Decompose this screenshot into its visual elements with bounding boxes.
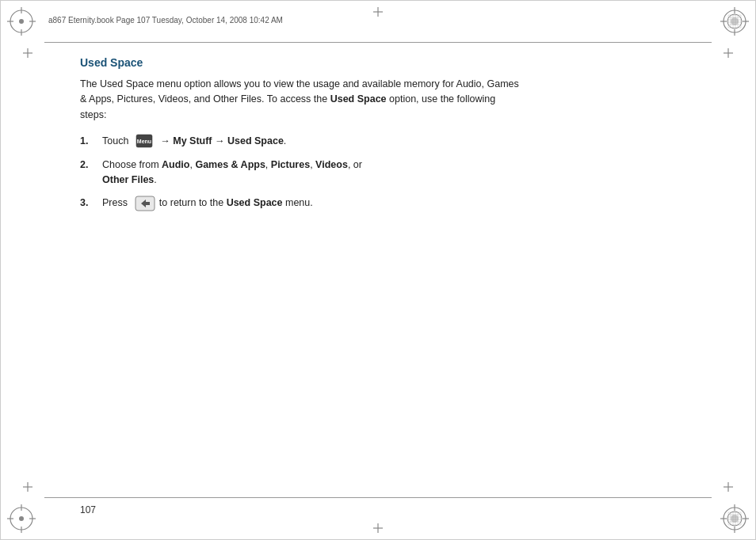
tick-top-left (23, 48, 32, 58)
corner-decoration-br (720, 504, 749, 533)
page-container: a867 Eternity.book Page 107 Tuesday, Oct… (0, 0, 756, 540)
header-text: a867 Eternity.book Page 107 Tuesday, Oct… (48, 16, 708, 25)
section-title: Used Space (80, 56, 708, 69)
svg-point-26 (19, 516, 24, 521)
tick-top-right (724, 48, 733, 58)
svg-point-29 (731, 515, 739, 523)
step-2-number: 2. (80, 158, 102, 173)
step-3-number: 3. (80, 196, 102, 211)
menu-icon: Menu (136, 134, 153, 148)
main-content: Used Space The Used Space menu option al… (80, 56, 708, 492)
header-bar: a867 Eternity.book Page 107 Tuesday, Oct… (48, 12, 708, 28)
corner-decoration-tr (720, 7, 749, 36)
step-2: 2. Choose from Audio, Games & Apps, Pict… (80, 158, 524, 188)
divider-top (44, 42, 712, 43)
section-intro: The Used Space menu option allows you to… (80, 77, 524, 123)
corner-decoration-tl (7, 7, 36, 36)
back-button-icon (135, 196, 152, 210)
svg-point-5 (19, 19, 24, 24)
step-3: 3. Press to return to the Used Space men… (80, 196, 524, 211)
step-2-content: Choose from Audio, Games & Apps, Picture… (102, 158, 524, 188)
steps-list: 1. Touch Menu → My Stuff → Used Space. 2… (80, 134, 708, 211)
svg-point-8 (731, 17, 739, 25)
corner-decoration-bl (7, 504, 36, 533)
step-1-content: Touch Menu → My Stuff → Used Space. (102, 134, 524, 149)
svg-text:Menu: Menu (137, 139, 151, 144)
tick-center-bottom (373, 523, 383, 533)
step-3-content: Press to return to the Used Space menu. (102, 196, 524, 211)
tick-bottom-right (724, 482, 733, 492)
step-1: 1. Touch Menu → My Stuff → Used Space. (80, 134, 524, 149)
tick-bottom-left (23, 482, 32, 492)
step-1-number: 1. (80, 134, 102, 149)
page-number: 107 (80, 504, 96, 515)
divider-bottom (44, 497, 712, 498)
